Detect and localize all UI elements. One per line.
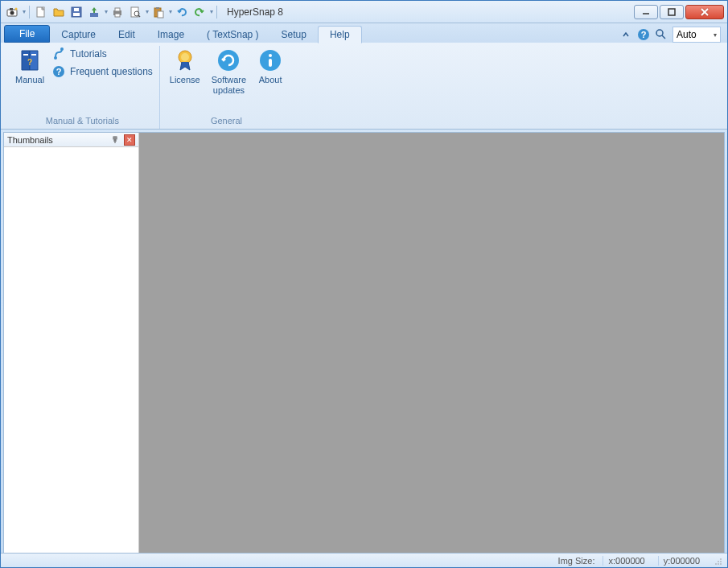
tab-image[interactable]: Image: [146, 27, 195, 43]
faq-link[interactable]: ? Frequent questions: [52, 65, 153, 78]
group-manual-tutorials: ? Manual Tutorials ? Frequent questions: [6, 46, 160, 129]
updates-icon: [216, 47, 241, 73]
svg-rect-6: [73, 13, 80, 16]
svg-rect-16: [156, 7, 159, 9]
updates-label: Software updates: [212, 75, 246, 96]
paste-icon[interactable]: [150, 4, 167, 20]
manual-button[interactable]: ? Manual: [12, 46, 47, 87]
collapse-ribbon-icon[interactable]: [619, 28, 632, 41]
qat-dropdown-3-icon[interactable]: ▾: [145, 4, 149, 20]
svg-rect-7: [74, 8, 79, 11]
qat-dropdown-5-icon[interactable]: ▾: [209, 4, 213, 20]
thumbnails-header: Thumbnails ✕: [4, 133, 138, 147]
close-button[interactable]: [685, 5, 724, 19]
manual-label: Manual: [15, 75, 44, 85]
svg-point-24: [656, 30, 663, 36]
search-value: Auto: [677, 29, 697, 40]
svg-text:?: ?: [27, 58, 32, 67]
group-general: License Software updates About General: [160, 46, 293, 129]
svg-rect-27: [31, 54, 36, 56]
group-label-manual: Manual & Tutorials: [46, 114, 119, 129]
resize-grip-icon[interactable]: [713, 556, 722, 566]
svg-rect-2: [10, 8, 13, 10]
thumbnails-body: [4, 147, 138, 554]
search-icon[interactable]: [655, 28, 668, 41]
canvas-area[interactable]: [139, 133, 724, 554]
tab-setup[interactable]: Setup: [270, 27, 318, 43]
thumbnails-title: Thumbnails: [7, 135, 53, 145]
print-preview-icon[interactable]: [127, 4, 143, 20]
save-icon[interactable]: [68, 4, 84, 20]
open-icon[interactable]: [51, 4, 67, 20]
updates-button[interactable]: Software updates: [208, 46, 249, 97]
svg-point-40: [720, 558, 722, 560]
imgsize-label: Img Size:: [558, 556, 595, 566]
tutorials-label: Tutorials: [70, 48, 107, 60]
panel-close-icon[interactable]: ✕: [124, 134, 135, 146]
group-label-general: General: [211, 114, 242, 129]
qat-dropdown-2-icon[interactable]: ▾: [104, 4, 108, 20]
svg-rect-19: [668, 9, 675, 15]
license-icon: [172, 47, 198, 73]
print-icon[interactable]: [109, 4, 125, 20]
svg-rect-8: [90, 13, 98, 17]
svg-point-3: [15, 7, 18, 10]
pin-icon[interactable]: [109, 134, 121, 146]
undo-icon[interactable]: [174, 4, 190, 20]
tab-help[interactable]: Help: [318, 26, 362, 43]
search-box[interactable]: Auto ▾: [672, 27, 721, 43]
svg-rect-26: [23, 54, 28, 56]
svg-point-44: [718, 563, 719, 565]
window-title: HyperSnap 8: [227, 6, 283, 18]
minimize-button[interactable]: [634, 5, 658, 19]
thumbnails-panel: Thumbnails ✕: [4, 133, 139, 554]
svg-rect-11: [115, 14, 120, 17]
about-label: About: [259, 75, 282, 85]
svg-point-29: [54, 56, 57, 60]
svg-point-37: [269, 54, 272, 57]
upload-icon[interactable]: [86, 4, 102, 20]
tutorials-link[interactable]: Tutorials: [52, 47, 153, 60]
license-label: License: [170, 75, 200, 85]
maximize-button[interactable]: [660, 5, 684, 19]
statusbar: Img Size: x:000000 y:000000: [1, 553, 727, 567]
svg-point-1: [10, 10, 14, 14]
tab-capture[interactable]: Capture: [50, 27, 107, 43]
new-icon[interactable]: [33, 4, 49, 20]
svg-line-25: [662, 35, 665, 39]
window-controls: [634, 5, 724, 19]
tab-file[interactable]: File: [4, 25, 50, 43]
svg-point-30: [60, 47, 64, 51]
svg-rect-38: [269, 59, 272, 67]
svg-text:?: ?: [56, 67, 62, 76]
tab-edit[interactable]: Edit: [107, 27, 146, 43]
svg-rect-17: [158, 11, 163, 18]
quick-access-toolbar: ▾ ▾ ▾ ▾ ▾: [4, 4, 213, 20]
camera-icon[interactable]: [4, 4, 20, 20]
ribbon-content: ? Manual Tutorials ? Frequent questions: [1, 43, 727, 130]
faq-icon: ?: [52, 65, 65, 78]
status-y: y:000000: [658, 556, 705, 566]
qat-dropdown-4-icon[interactable]: ▾: [168, 4, 172, 20]
search-dropdown-icon[interactable]: ▾: [714, 31, 717, 39]
faq-label: Frequent questions: [70, 66, 153, 77]
main-area: Thumbnails ✕: [3, 132, 725, 554]
svg-text:?: ?: [641, 30, 647, 39]
redo-icon[interactable]: [191, 4, 208, 20]
help-icon[interactable]: ?: [637, 28, 650, 41]
svg-point-42: [720, 561, 722, 562]
titlebar: ▾ ▾ ▾ ▾ ▾ HyperSna: [1, 1, 727, 23]
ribbon-tabs: File Capture Edit Image ( TextSnap ) Set…: [1, 23, 727, 43]
svg-point-41: [718, 561, 719, 562]
svg-point-43: [715, 563, 717, 565]
status-x: x:000000: [603, 556, 649, 566]
about-icon: [257, 47, 283, 73]
about-button[interactable]: About: [254, 46, 286, 87]
license-button[interactable]: License: [167, 46, 204, 87]
manual-icon: ?: [17, 47, 43, 73]
tab-textsnap[interactable]: ( TextSnap ): [195, 27, 269, 43]
svg-point-35: [218, 50, 239, 71]
qat-dropdown-icon[interactable]: ▾: [22, 4, 26, 20]
svg-point-34: [181, 53, 189, 61]
tutorials-icon: [52, 47, 65, 60]
